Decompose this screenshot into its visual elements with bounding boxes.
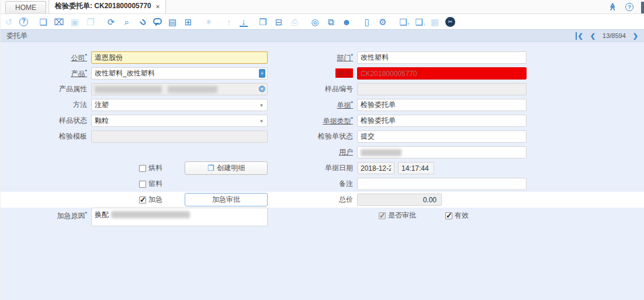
detail-record-icon[interactable]: ↓	[240, 17, 248, 27]
template-field	[91, 130, 268, 143]
panel-header: 委托单 ❮ ❮ 13/8594 ❯	[1, 29, 644, 42]
help-icon[interactable]: ?	[19, 18, 28, 26]
export-file-icon[interactable]: ❏	[398, 18, 408, 26]
report-icon[interactable]: ❒	[258, 18, 268, 26]
form-row: 加急原因* 换配 是否审批 有效	[1, 208, 644, 226]
active-checkbox-label: 有效	[455, 211, 469, 220]
bake-checkbox[interactable]	[139, 165, 146, 172]
redacted-value	[95, 86, 162, 93]
form-row: 样品状态 ▼ 单据类型*	[1, 113, 644, 129]
keep-checkbox[interactable]	[139, 181, 146, 188]
department-input[interactable]	[357, 51, 527, 64]
panel-edge	[641, 2, 644, 13]
collapse-icon[interactable]: ≪	[609, 3, 618, 11]
remark-label: 备注	[273, 179, 357, 189]
import-file-icon[interactable]: ❏	[414, 18, 424, 26]
end-session-icon[interactable]: ✂	[445, 17, 455, 27]
preference-icon[interactable]: ⚙	[378, 18, 388, 26]
document-label[interactable]: 单据*	[273, 100, 357, 111]
doc-type-input[interactable]	[357, 115, 527, 127]
company-label[interactable]: 公司*	[1, 53, 91, 63]
form-row: 产品* ≡ 单号 CK201800005770	[1, 65, 644, 81]
sample-state-label: 样品状态	[1, 116, 91, 126]
remark-input[interactable]	[357, 178, 527, 190]
record-position: 13/8594	[603, 32, 626, 39]
department-label[interactable]: 部门*	[273, 53, 357, 63]
process-icon[interactable]: ◎	[310, 18, 320, 26]
application-window: HOME 检验委托单: CK201800005770 × ≪ ? ↺?❏⌧▣❐⟳…	[0, 0, 644, 300]
bake-checkbox-label: 烘料	[148, 163, 162, 173]
archive-icon[interactable]: ⊟	[273, 18, 284, 26]
previous-record-icon[interactable]: ❮	[590, 32, 595, 40]
tab-home[interactable]: HOME	[5, 1, 46, 13]
doc-type-label[interactable]: 单据类型*	[273, 116, 357, 126]
doc-no-field[interactable]: CK201800005770	[357, 67, 527, 80]
new-record-icon[interactable]: ❏	[38, 18, 49, 26]
doc-no-label: 单号	[273, 68, 357, 78]
company-input[interactable]	[91, 51, 268, 64]
sample-state-combobox[interactable]	[91, 115, 268, 127]
attachment-icon[interactable]: ∪	[136, 15, 149, 28]
tab-close-icon[interactable]: ×	[156, 3, 160, 10]
document-input[interactable]	[357, 99, 527, 111]
panel-title: 委托单	[6, 31, 27, 41]
workflow-icon[interactable]: ⧉	[326, 18, 336, 26]
save-create-icon: ❐	[85, 18, 96, 26]
detail-card-icon[interactable]: ▤	[167, 18, 178, 26]
customize-icon: ✶	[203, 18, 214, 26]
form-row: 加急 加急审批 总价 0.00	[1, 192, 644, 208]
form-row: 方法 ▼ 单据*	[1, 97, 644, 113]
doc-date-label: 单据日期	[273, 163, 357, 173]
active-checkbox[interactable]	[445, 212, 452, 219]
sample-no-field	[357, 83, 527, 95]
insp-status-label: 检验单状态	[273, 132, 357, 142]
form-row: 烘料 ❐ 创建明细 单据日期	[1, 160, 644, 176]
excel-export-icon: ▦	[430, 18, 440, 26]
contact-icon[interactable]: ☻	[341, 18, 352, 26]
approved-checkbox	[379, 212, 386, 219]
form-row: 用户	[1, 144, 644, 160]
form-row: 留料 备注	[1, 176, 644, 192]
doc-time-input[interactable]	[398, 162, 434, 174]
product-info-mini-icon[interactable]: ≡	[259, 69, 265, 78]
delete-record-icon[interactable]: ⌧	[54, 18, 64, 26]
product-attr-label: 产品属性	[1, 84, 91, 94]
window-help-icon[interactable]: ?	[625, 3, 633, 11]
form-row: 产品属性 ❂ 样品编号	[1, 81, 644, 97]
refresh-icon[interactable]: ⟳	[106, 18, 116, 26]
user-field[interactable]	[357, 146, 527, 158]
chevron-down-icon[interactable]: ▼	[257, 117, 266, 126]
chat-icon[interactable]	[153, 18, 162, 25]
insp-status-input[interactable]	[357, 130, 527, 143]
total-field: 0.00	[357, 194, 442, 206]
create-detail-icon: ❐	[207, 164, 214, 173]
sample-no-label: 样品编号	[273, 84, 357, 94]
method-combobox[interactable]	[91, 99, 268, 111]
chevron-down-icon[interactable]: ▼	[257, 101, 266, 110]
find-icon[interactable]: ⌕	[122, 18, 132, 26]
next-record-icon[interactable]: ❯	[633, 32, 638, 40]
print-icon: ⎙	[289, 18, 300, 26]
redacted-value	[168, 86, 217, 93]
user-label[interactable]: 用户	[273, 147, 357, 157]
product-label[interactable]: 产品*	[1, 68, 91, 79]
template-label: 检验模板	[1, 132, 91, 142]
attribute-editor-icon[interactable]: ❂	[258, 85, 265, 93]
urgent-approval-button[interactable]: 加急审批	[185, 193, 268, 206]
product-attr-field[interactable]	[91, 83, 268, 95]
product-info-icon[interactable]: ▯	[362, 18, 372, 26]
urgent-checkbox-label: 加急	[148, 195, 162, 205]
tab-bar: HOME 检验委托单: CK201800005770 × ≪ ?	[1, 0, 644, 14]
create-detail-button[interactable]: ❐ 创建明细	[185, 161, 268, 175]
undo-icon: ↺	[4, 18, 14, 26]
first-record-icon[interactable]: ❮	[576, 32, 583, 40]
keep-checkbox-label: 留料	[148, 179, 162, 189]
save-icon: ▣	[70, 18, 80, 26]
urgent-reason-input[interactable]: 换配	[91, 208, 268, 226]
tab-inspection-order[interactable]: 检验委托单: CK201800005770 ×	[49, 0, 166, 13]
product-input[interactable]	[91, 67, 268, 80]
parent-record-icon: ↑	[224, 18, 234, 26]
urgent-checkbox[interactable]	[139, 196, 146, 204]
grid-toggle-icon[interactable]: ⊞	[183, 18, 193, 26]
doc-date-input[interactable]	[357, 162, 394, 174]
